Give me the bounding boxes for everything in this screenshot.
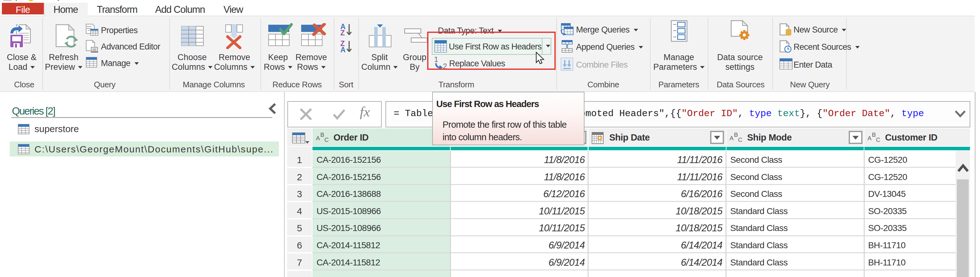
svg-text:A: A: [340, 46, 346, 53]
svg-text:Z: Z: [340, 29, 345, 36]
